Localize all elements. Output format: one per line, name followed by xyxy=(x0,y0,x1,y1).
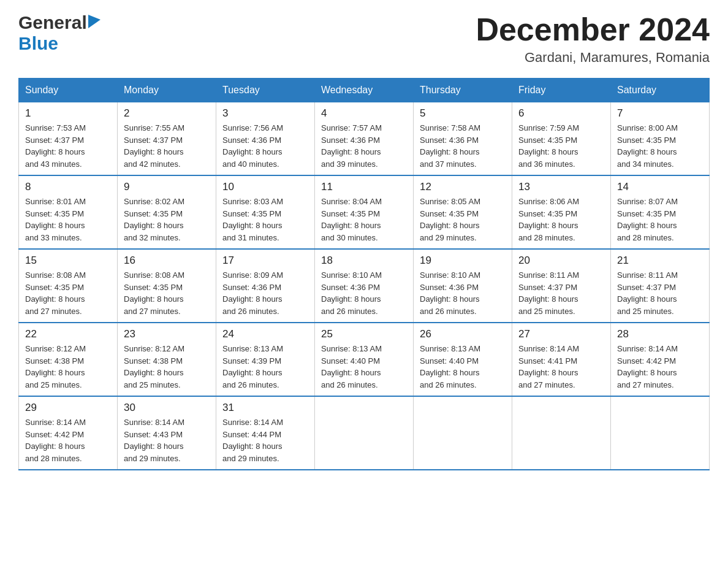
calendar-week-row: 29 Sunrise: 8:14 AMSunset: 4:42 PMDaylig… xyxy=(19,396,710,470)
day-number: 20 xyxy=(518,255,604,267)
header-friday: Friday xyxy=(512,79,611,102)
month-title: December 2024 xyxy=(476,12,710,47)
logo-blue-text: Blue xyxy=(18,33,58,53)
day-number: 31 xyxy=(222,402,308,414)
table-row: 26 Sunrise: 8:13 AMSunset: 4:40 PMDaylig… xyxy=(414,323,512,396)
day-info: Sunrise: 8:08 AMSunset: 4:35 PMDaylight:… xyxy=(25,269,111,317)
header-monday: Monday xyxy=(118,79,216,102)
day-info: Sunrise: 8:01 AMSunset: 4:35 PMDaylight:… xyxy=(25,196,111,243)
table-row: 5 Sunrise: 7:58 AMSunset: 4:36 PMDayligh… xyxy=(414,102,512,176)
day-number: 11 xyxy=(321,181,407,193)
day-number: 15 xyxy=(25,255,111,267)
table-row: 6 Sunrise: 7:59 AMSunset: 4:35 PMDayligh… xyxy=(512,102,611,176)
table-row: 14 Sunrise: 8:07 AMSunset: 4:35 PMDaylig… xyxy=(611,175,710,249)
table-row: 17 Sunrise: 8:09 AMSunset: 4:36 PMDaylig… xyxy=(216,249,315,323)
table-row: 16 Sunrise: 8:08 AMSunset: 4:35 PMDaylig… xyxy=(118,249,216,323)
table-row xyxy=(414,396,512,470)
table-row: 27 Sunrise: 8:14 AMSunset: 4:41 PMDaylig… xyxy=(512,323,611,396)
calendar-week-row: 8 Sunrise: 8:01 AMSunset: 4:35 PMDayligh… xyxy=(19,175,710,249)
table-row: 18 Sunrise: 8:10 AMSunset: 4:36 PMDaylig… xyxy=(315,249,414,323)
day-number: 2 xyxy=(124,107,210,120)
table-row xyxy=(611,396,710,470)
day-number: 14 xyxy=(617,181,703,193)
table-row: 2 Sunrise: 7:55 AMSunset: 4:37 PMDayligh… xyxy=(118,102,216,176)
day-number: 5 xyxy=(420,107,506,120)
day-number: 29 xyxy=(25,402,111,414)
day-number: 3 xyxy=(222,107,308,120)
table-row: 10 Sunrise: 8:03 AMSunset: 4:35 PMDaylig… xyxy=(216,175,315,249)
day-info: Sunrise: 8:14 AMSunset: 4:42 PMDaylight:… xyxy=(25,416,111,464)
day-info: Sunrise: 8:08 AMSunset: 4:35 PMDaylight:… xyxy=(124,269,210,317)
table-row: 13 Sunrise: 8:06 AMSunset: 4:35 PMDaylig… xyxy=(512,175,611,249)
day-number: 9 xyxy=(124,181,210,193)
day-info: Sunrise: 8:13 AMSunset: 4:40 PMDaylight:… xyxy=(420,343,506,391)
table-row: 15 Sunrise: 8:08 AMSunset: 4:35 PMDaylig… xyxy=(19,249,118,323)
day-number: 4 xyxy=(321,107,407,120)
day-number: 25 xyxy=(321,328,407,340)
table-row: 7 Sunrise: 8:00 AMSunset: 4:35 PMDayligh… xyxy=(611,102,710,176)
title-section: December 2024 Gardani, Maramures, Romani… xyxy=(476,12,710,66)
table-row: 30 Sunrise: 8:14 AMSunset: 4:43 PMDaylig… xyxy=(118,396,216,470)
table-row: 20 Sunrise: 8:11 AMSunset: 4:37 PMDaylig… xyxy=(512,249,611,323)
day-number: 21 xyxy=(617,255,703,267)
day-info: Sunrise: 7:57 AMSunset: 4:36 PMDaylight:… xyxy=(321,122,407,170)
header-thursday: Thursday xyxy=(414,79,512,102)
day-number: 26 xyxy=(420,328,506,340)
day-info: Sunrise: 8:12 AMSunset: 4:38 PMDaylight:… xyxy=(124,343,210,391)
calendar-header-row: Sunday Monday Tuesday Wednesday Thursday… xyxy=(19,79,710,102)
table-row: 4 Sunrise: 7:57 AMSunset: 4:36 PMDayligh… xyxy=(315,102,414,176)
table-row: 11 Sunrise: 8:04 AMSunset: 4:35 PMDaylig… xyxy=(315,175,414,249)
day-info: Sunrise: 7:53 AMSunset: 4:37 PMDaylight:… xyxy=(25,122,111,170)
header-saturday: Saturday xyxy=(611,79,710,102)
table-row xyxy=(315,396,414,470)
table-row: 25 Sunrise: 8:13 AMSunset: 4:40 PMDaylig… xyxy=(315,323,414,396)
day-info: Sunrise: 8:14 AMSunset: 4:44 PMDaylight:… xyxy=(222,416,308,464)
table-row: 31 Sunrise: 8:14 AMSunset: 4:44 PMDaylig… xyxy=(216,396,315,470)
day-info: Sunrise: 8:07 AMSunset: 4:35 PMDaylight:… xyxy=(617,196,703,243)
table-row: 23 Sunrise: 8:12 AMSunset: 4:38 PMDaylig… xyxy=(118,323,216,396)
table-row: 1 Sunrise: 7:53 AMSunset: 4:37 PMDayligh… xyxy=(19,102,118,176)
table-row: 19 Sunrise: 8:10 AMSunset: 4:36 PMDaylig… xyxy=(414,249,512,323)
day-info: Sunrise: 8:02 AMSunset: 4:35 PMDaylight:… xyxy=(124,196,210,243)
day-info: Sunrise: 8:06 AMSunset: 4:35 PMDaylight:… xyxy=(518,196,604,243)
day-info: Sunrise: 8:11 AMSunset: 4:37 PMDaylight:… xyxy=(518,269,604,317)
day-number: 7 xyxy=(617,107,703,120)
table-row: 29 Sunrise: 8:14 AMSunset: 4:42 PMDaylig… xyxy=(19,396,118,470)
day-number: 22 xyxy=(25,328,111,340)
page-header: General Blue December 2024 Gardani, Mara… xyxy=(18,12,710,66)
day-number: 27 xyxy=(518,328,604,340)
day-number: 12 xyxy=(420,181,506,193)
location: Gardani, Maramures, Romania xyxy=(476,50,710,66)
day-info: Sunrise: 8:00 AMSunset: 4:35 PMDaylight:… xyxy=(617,122,703,170)
day-number: 1 xyxy=(25,107,111,120)
day-info: Sunrise: 8:09 AMSunset: 4:36 PMDaylight:… xyxy=(222,269,308,317)
day-number: 18 xyxy=(321,255,407,267)
day-number: 30 xyxy=(124,402,210,414)
day-info: Sunrise: 8:13 AMSunset: 4:39 PMDaylight:… xyxy=(222,343,308,391)
day-number: 10 xyxy=(222,181,308,193)
day-info: Sunrise: 8:05 AMSunset: 4:35 PMDaylight:… xyxy=(420,196,506,243)
day-info: Sunrise: 8:13 AMSunset: 4:40 PMDaylight:… xyxy=(321,343,407,391)
calendar-week-row: 1 Sunrise: 7:53 AMSunset: 4:37 PMDayligh… xyxy=(19,102,710,176)
logo: General Blue xyxy=(18,12,100,54)
day-info: Sunrise: 7:55 AMSunset: 4:37 PMDaylight:… xyxy=(124,122,210,170)
day-number: 17 xyxy=(222,255,308,267)
day-number: 13 xyxy=(518,181,604,193)
table-row xyxy=(512,396,611,470)
day-info: Sunrise: 8:11 AMSunset: 4:37 PMDaylight:… xyxy=(617,269,703,317)
day-number: 16 xyxy=(124,255,210,267)
day-info: Sunrise: 8:03 AMSunset: 4:35 PMDaylight:… xyxy=(222,196,308,243)
day-info: Sunrise: 8:12 AMSunset: 4:38 PMDaylight:… xyxy=(25,343,111,391)
day-number: 8 xyxy=(25,181,111,193)
day-info: Sunrise: 7:59 AMSunset: 4:35 PMDaylight:… xyxy=(518,122,604,170)
calendar-week-row: 22 Sunrise: 8:12 AMSunset: 4:38 PMDaylig… xyxy=(19,323,710,396)
table-row: 12 Sunrise: 8:05 AMSunset: 4:35 PMDaylig… xyxy=(414,175,512,249)
day-number: 6 xyxy=(518,107,604,120)
calendar-table: Sunday Monday Tuesday Wednesday Thursday… xyxy=(18,78,710,470)
table-row: 28 Sunrise: 8:14 AMSunset: 4:42 PMDaylig… xyxy=(611,323,710,396)
header-sunday: Sunday xyxy=(19,79,118,102)
day-info: Sunrise: 8:14 AMSunset: 4:41 PMDaylight:… xyxy=(518,343,604,391)
day-info: Sunrise: 8:10 AMSunset: 4:36 PMDaylight:… xyxy=(321,269,407,317)
table-row: 21 Sunrise: 8:11 AMSunset: 4:37 PMDaylig… xyxy=(611,249,710,323)
day-info: Sunrise: 8:14 AMSunset: 4:42 PMDaylight:… xyxy=(617,343,703,391)
